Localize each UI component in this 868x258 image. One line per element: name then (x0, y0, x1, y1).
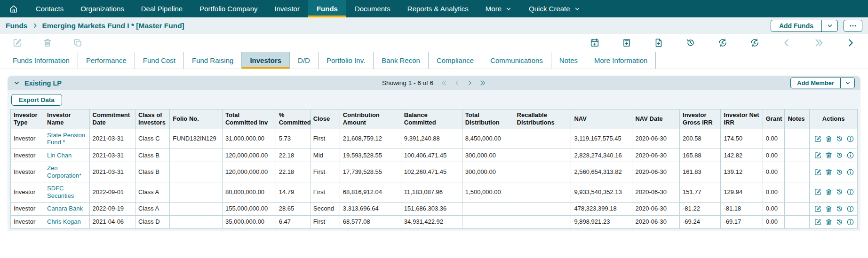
row-edit-button[interactable] (814, 188, 822, 196)
tab-bank-recon[interactable]: Bank Recon (374, 52, 429, 69)
next-page-icon[interactable] (466, 79, 473, 86)
row-info-button[interactable] (846, 151, 854, 159)
investor-name-link[interactable]: Lin Chan (47, 152, 72, 159)
row-info-button[interactable] (846, 205, 854, 213)
cell-folio-no: FUND132IN129 (170, 129, 223, 149)
tab-performance[interactable]: Performance (78, 52, 135, 69)
last-page-icon[interactable] (479, 79, 486, 86)
section-collapse-toggle[interactable]: Existing LP (13, 79, 382, 87)
row-delete-button[interactable] (825, 135, 833, 143)
add-funds-label[interactable]: Add Funds (771, 20, 821, 31)
column-header-nav[interactable]: NAV (571, 109, 632, 129)
breadcrumb-funds-link[interactable]: Funds (6, 22, 28, 30)
investor-name-link[interactable]: Canara Bank (47, 205, 83, 212)
nav-item-quick-create[interactable]: Quick Create (520, 0, 589, 17)
row-history-button[interactable] (836, 151, 844, 159)
nav-item-deal-pipeline[interactable]: Deal Pipeline (133, 0, 191, 17)
tab-d-d[interactable]: D/D (290, 52, 319, 69)
column-header-actions[interactable]: Actions (810, 109, 858, 129)
column-header-committed[interactable]: % Committed (276, 109, 310, 129)
more-options-button[interactable] (844, 20, 862, 32)
row-delete-button[interactable] (825, 168, 833, 176)
file-add-icon[interactable] (653, 38, 664, 48)
row-delete-button[interactable] (825, 218, 833, 226)
row-delete-button[interactable] (825, 188, 833, 196)
tab-portfolio-inv[interactable]: Portfolio Inv. (319, 52, 374, 69)
note-add-icon[interactable] (621, 38, 632, 48)
investor-name-link[interactable]: State Pension Fund * (47, 132, 85, 146)
column-header-class-of-investors[interactable]: Class of Investors (135, 109, 170, 129)
cell-investor-class: Class D (135, 215, 170, 228)
row-info-button[interactable] (846, 188, 854, 196)
column-header-investor-name[interactable]: Investor Name (44, 109, 90, 129)
column-header-recallable-distributions[interactable]: Recallable Distributions (514, 109, 571, 129)
add-funds-dropdown[interactable] (821, 20, 837, 31)
row-delete-button[interactable] (825, 205, 833, 213)
home-button[interactable] (0, 0, 27, 17)
currency-refresh-alt-icon[interactable]: $ (749, 38, 760, 48)
investor-name-link[interactable]: Chris Kogan (47, 218, 81, 225)
cell-pct-committed: 6.47 (276, 215, 310, 228)
column-header-total-distribution[interactable]: Total Distribution (462, 109, 514, 129)
column-header-investor-type[interactable]: Investor Type (11, 109, 44, 129)
cell-total-distribution: 300,000.00 (462, 162, 514, 182)
column-header-contribution-amount[interactable]: Contribution Amount (340, 109, 401, 129)
cell-investor-type: Investor (11, 202, 44, 215)
nav-item-investor[interactable]: Investor (266, 0, 308, 17)
column-header-commitment-date[interactable]: Commitment Date (89, 109, 135, 129)
column-header-balance-committed[interactable]: Balance Committed (401, 109, 462, 129)
column-header-close[interactable]: Close (310, 109, 340, 129)
add-member-dropdown[interactable] (840, 78, 854, 88)
tab-investors[interactable]: Investors (242, 52, 290, 69)
column-header-nav-date[interactable]: NAV Date (632, 109, 680, 129)
column-header-investor-net-irr[interactable]: Investor Net IRR (721, 109, 763, 129)
tab-more-information[interactable]: More Information (586, 52, 656, 69)
tab-compliance[interactable]: Compliance (429, 52, 482, 69)
row-edit-button[interactable] (814, 218, 822, 226)
export-data-button[interactable]: Export Data (11, 94, 62, 106)
row-edit-button[interactable] (814, 168, 822, 176)
row-edit-button[interactable] (814, 151, 822, 159)
row-edit-button[interactable] (814, 205, 822, 213)
history-icon[interactable] (685, 38, 696, 48)
column-header-notes[interactable]: Notes (785, 109, 810, 129)
row-history-button[interactable] (836, 205, 844, 213)
row-history-button[interactable] (836, 188, 844, 196)
page-forward-icon[interactable] (845, 38, 856, 48)
add-member-label[interactable]: Add Member (791, 78, 840, 88)
tab-funds-information[interactable]: Funds Information (5, 52, 78, 69)
nav-item-funds[interactable]: Funds (308, 0, 346, 17)
row-info-button[interactable] (846, 135, 854, 143)
nav-item-portfolio-company[interactable]: Portfolio Company (191, 0, 266, 17)
row-edit-button[interactable] (814, 135, 822, 143)
row-history-button[interactable] (836, 168, 844, 176)
nav-item-organizations[interactable]: Organizations (72, 0, 133, 17)
nav-item-documents[interactable]: Documents (346, 0, 399, 17)
investor-name-link[interactable]: Zen Corporation* (47, 164, 81, 179)
tab-fund-cost[interactable]: Fund Cost (135, 52, 184, 69)
tab-communications[interactable]: Communications (482, 52, 551, 69)
column-header-total-committed-inv[interactable]: Total Committed Inv (222, 109, 276, 129)
cell-close: First (310, 162, 340, 182)
cell-investor-name: State Pension Fund * (44, 129, 90, 149)
cell-pct-committed: 22.18 (276, 149, 310, 162)
row-info-button[interactable] (846, 218, 854, 226)
investor-name-link[interactable]: SDFC Securities (47, 185, 74, 199)
cell-folio-no (170, 215, 223, 228)
row-history-button[interactable] (836, 218, 844, 226)
nav-item-contacts[interactable]: Contacts (27, 0, 72, 17)
column-header-folio-no[interactable]: Folio No. (170, 109, 223, 129)
column-header-investor-gross-irr[interactable]: Investor Gross IRR (680, 109, 721, 129)
column-header-grant[interactable]: Grant (763, 109, 785, 129)
tab-notes[interactable]: Notes (551, 52, 586, 69)
nav-item-more[interactable]: More (477, 0, 520, 17)
row-delete-button[interactable] (825, 151, 833, 159)
currency-refresh-icon[interactable]: $ (717, 38, 728, 48)
row-info-button[interactable] (846, 168, 854, 176)
calendar-add-icon[interactable] (589, 38, 600, 48)
cell-notes (785, 129, 810, 149)
nav-item-reports-analytics[interactable]: Reports & Analytics (399, 0, 477, 17)
tab-fund-raising[interactable]: Fund Raising (184, 52, 242, 69)
row-history-button[interactable] (836, 135, 844, 143)
cell-recallable-distributions (514, 149, 571, 162)
